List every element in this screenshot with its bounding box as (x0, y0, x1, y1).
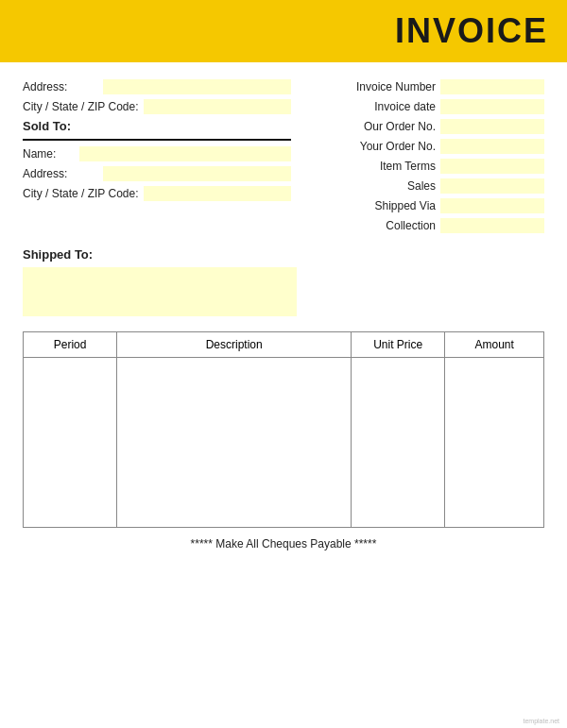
invoice-date-row: Invoice date (301, 99, 544, 114)
invoice-header: INVOICE (0, 0, 567, 62)
left-column: Address: City / State / ZIP Code: Sold T… (23, 79, 291, 238)
sales-row: Sales (301, 178, 544, 194)
your-order-row: Your Order No. (301, 139, 544, 154)
invoice-number-label: Invoice Number (332, 80, 436, 93)
footer-text: ***** Make All Cheques Payable ***** (23, 537, 544, 550)
item-terms-label: Item Terms (332, 160, 436, 173)
shipped-to-label: Shipped To: (23, 247, 544, 262)
col-amount: Amount (445, 332, 544, 358)
sales-label: Sales (332, 179, 436, 193)
sold-to-label: Sold To: (23, 119, 291, 133)
invoice-page: INVOICE Address: City / State / ZIP Code… (0, 0, 567, 728)
our-order-row: Our Order No. (301, 119, 544, 134)
your-order-label: Your Order No. (332, 140, 436, 153)
invoice-date-input[interactable] (440, 99, 544, 114)
our-order-input[interactable] (440, 119, 544, 134)
invoice-number-row: Invoice Number (301, 79, 544, 94)
sales-input[interactable] (440, 178, 544, 194)
invoice-date-label: Invoice date (332, 100, 436, 113)
watermark: template.net (523, 718, 559, 724)
right-column: Invoice Number Invoice date Our Order No… (301, 79, 544, 238)
table-row (24, 358, 544, 528)
city-input[interactable] (144, 99, 291, 114)
shipped-via-input[interactable] (440, 198, 544, 213)
address-label: Address: (23, 80, 98, 93)
invoice-number-input[interactable] (440, 79, 544, 94)
collection-row: Collection (301, 218, 544, 233)
your-order-input[interactable] (440, 139, 544, 154)
our-order-label: Our Order No. (332, 120, 436, 133)
name-input[interactable] (79, 146, 291, 161)
invoice-table: Period Description Unit Price Amount (23, 331, 544, 528)
period-cell[interactable] (24, 358, 117, 528)
col-description: Description (117, 332, 352, 358)
address-row: Address: (23, 79, 291, 94)
col-unit-price: Unit Price (352, 332, 445, 358)
sold-address-input[interactable] (103, 166, 291, 181)
city-row: City / State / ZIP Code: (23, 99, 291, 114)
city-label: City / State / ZIP Code: (23, 100, 139, 113)
amount-cell[interactable] (445, 358, 544, 528)
shipped-to-section: Shipped To: (23, 247, 544, 316)
table-header-row: Period Description Unit Price Amount (24, 332, 544, 358)
sold-city-row: City / State / ZIP Code: (23, 186, 291, 201)
sold-address-label: Address: (23, 167, 98, 180)
shipped-via-label: Shipped Via (332, 199, 436, 212)
col-period: Period (24, 332, 117, 358)
address-input[interactable] (103, 79, 291, 94)
name-label: Name: (23, 147, 75, 161)
sold-address-row: Address: (23, 166, 291, 181)
shipped-to-box[interactable] (23, 267, 297, 316)
item-terms-input[interactable] (440, 159, 544, 174)
collection-input[interactable] (440, 218, 544, 233)
shipped-via-row: Shipped Via (301, 198, 544, 213)
sold-city-label: City / State / ZIP Code: (23, 187, 139, 200)
divider (23, 139, 291, 141)
invoice-table-section: Period Description Unit Price Amount (23, 331, 544, 528)
name-row: Name: (23, 146, 291, 161)
description-cell[interactable] (117, 358, 352, 528)
item-terms-row: Item Terms (301, 159, 544, 174)
unit-price-cell[interactable] (352, 358, 445, 528)
invoice-title: INVOICE (0, 11, 548, 51)
sold-city-input[interactable] (144, 186, 291, 201)
collection-label: Collection (332, 219, 436, 232)
